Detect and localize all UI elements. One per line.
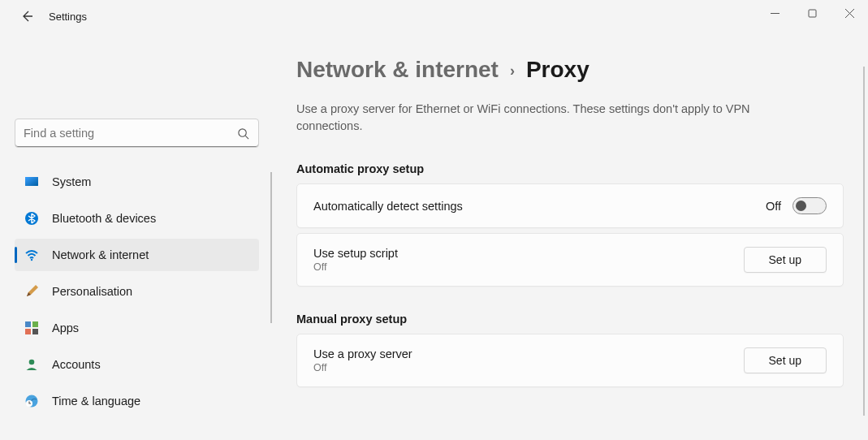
setup-script-row: Use setup script Off Set up: [296, 233, 844, 287]
minimize-button[interactable]: [756, 0, 793, 26]
sidebar-item-label: Bluetooth & devices: [52, 212, 156, 225]
app-title: Settings: [49, 11, 87, 23]
maximize-icon: [808, 9, 817, 18]
sidebar-item-apps[interactable]: Apps: [15, 312, 259, 344]
sidebar-item-label: Accounts: [52, 358, 101, 371]
setup-script-status: Off: [313, 261, 744, 273]
search-input-container[interactable]: [15, 119, 259, 148]
close-icon: [845, 9, 854, 18]
svg-rect-7: [25, 177, 38, 186]
manual-proxy-status: Off: [313, 362, 744, 373]
arrow-left-icon: [20, 10, 33, 23]
window-controls: [756, 0, 868, 26]
svg-rect-12: [25, 329, 31, 334]
sidebar-nav: System Bluetooth & devices Network & int…: [15, 166, 259, 421]
svg-rect-1: [809, 10, 816, 17]
close-button[interactable]: [831, 0, 868, 26]
search-icon: [235, 126, 250, 140]
auto-detect-label: Automatically detect settings: [313, 200, 766, 213]
sidebar: System Bluetooth & devices Network & int…: [0, 32, 272, 440]
globe-clock-icon: [23, 392, 41, 410]
page-title: Proxy: [526, 57, 589, 83]
person-icon: [23, 356, 41, 373]
section-title-manual: Manual proxy setup: [296, 313, 844, 326]
sidebar-item-network[interactable]: Network & internet: [15, 239, 259, 271]
title-bar: Settings: [0, 0, 868, 32]
sidebar-item-personalisation[interactable]: Personalisation: [15, 275, 259, 308]
svg-rect-13: [32, 329, 38, 334]
sidebar-item-accounts[interactable]: Accounts: [15, 348, 259, 381]
search-input[interactable]: [24, 127, 235, 140]
section-title-auto: Automatic proxy setup: [296, 162, 844, 175]
svg-line-5: [245, 136, 248, 139]
manual-proxy-label: Use a proxy server: [313, 347, 744, 360]
brush-icon: [23, 283, 41, 300]
setup-script-label: Use setup script: [313, 247, 744, 260]
sidebar-item-label: Personalisation: [52, 285, 132, 298]
sidebar-item-time-language[interactable]: Time & language: [15, 385, 259, 417]
sidebar-item-bluetooth[interactable]: Bluetooth & devices: [15, 202, 259, 235]
monitor-icon: [23, 173, 41, 191]
breadcrumb-parent[interactable]: Network & internet: [296, 57, 499, 83]
minimize-icon: [771, 9, 779, 18]
svg-rect-10: [25, 321, 31, 327]
auto-detect-toggle[interactable]: [792, 197, 827, 214]
auto-detect-row: Automatically detect settings Off: [296, 183, 844, 228]
auto-detect-status: Off: [766, 200, 781, 213]
svg-point-9: [31, 259, 32, 261]
content-area: Network & internet › Proxy Use a proxy s…: [272, 32, 868, 440]
manual-proxy-button[interactable]: Set up: [744, 347, 827, 373]
wifi-icon: [23, 246, 41, 264]
manual-proxy-row: Use a proxy server Off Set up: [296, 334, 844, 387]
sidebar-item-system[interactable]: System: [15, 166, 259, 198]
sidebar-item-label: Network & internet: [52, 248, 149, 261]
breadcrumb: Network & internet › Proxy: [296, 57, 844, 83]
svg-point-14: [29, 360, 35, 365]
svg-rect-11: [32, 321, 38, 327]
sidebar-item-label: Apps: [52, 321, 79, 334]
bluetooth-icon: [23, 209, 41, 227]
svg-point-4: [238, 128, 245, 136]
sidebar-item-label: Time & language: [52, 395, 140, 408]
maximize-button[interactable]: [793, 0, 831, 26]
setup-script-button[interactable]: Set up: [744, 247, 827, 273]
app-layout: System Bluetooth & devices Network & int…: [0, 32, 868, 440]
content-scrollbar[interactable]: [863, 67, 865, 416]
sidebar-item-label: System: [52, 175, 91, 188]
page-description: Use a proxy server for Ethernet or WiFi …: [296, 101, 800, 135]
back-button[interactable]: [15, 4, 39, 28]
apps-icon: [23, 319, 41, 337]
chevron-right-icon: ›: [510, 63, 515, 80]
